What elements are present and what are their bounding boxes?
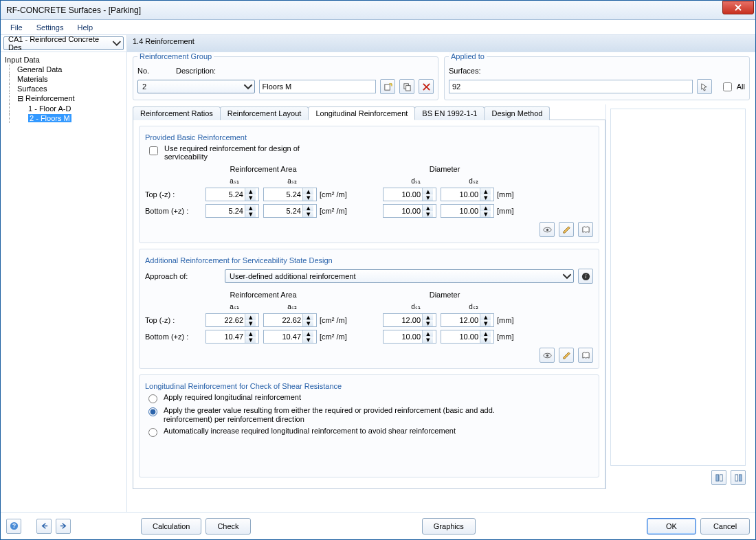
tab-bs-en[interactable]: BS EN 1992-1-1 (414, 106, 485, 120)
surfaces-input[interactable] (449, 80, 693, 93)
p1-top-as1[interactable]: ▴▾ (205, 188, 259, 201)
next-button[interactable] (56, 519, 71, 534)
view-button-2[interactable] (540, 348, 555, 363)
tab-design-method[interactable]: Design Method (484, 106, 550, 120)
main-panel: Reinforcement Group No. Description: 2 (127, 52, 755, 512)
edit-icon (562, 351, 571, 360)
graphics-button[interactable]: Graphics (422, 518, 476, 535)
approach-select[interactable]: User-defined additional reinforcement (225, 269, 574, 283)
tree-floor-ad[interactable]: 1 - Floor A-D (3, 104, 124, 113)
radio-opt2-label: Apply the greater value resulting from e… (164, 406, 521, 424)
svg-rect-2 (405, 85, 410, 90)
svg-text:?: ? (12, 522, 15, 529)
bottom-bar: ? Calculation Check Graphics OK Cancel (1, 512, 755, 539)
ds2-header: dₛ₂ (445, 177, 502, 185)
edit-button[interactable] (559, 222, 574, 237)
no-select[interactable]: 2 (137, 80, 255, 93)
svg-rect-9 (715, 474, 718, 480)
app-window: RF-CONCRETE Surfaces - [Parking] File Se… (0, 0, 756, 540)
description-input[interactable] (259, 80, 377, 93)
tabs: Reinforcement Ratios Reinforcement Layou… (133, 106, 605, 120)
p1-bot-as1[interactable]: ▴▾ (205, 204, 259, 218)
tree-reinforcement[interactable]: ⊟ Reinforcement (3, 93, 124, 104)
ok-button[interactable]: OK (647, 518, 696, 535)
radio-opt1[interactable] (148, 394, 157, 403)
p1-bot-ds2[interactable]: ▴▾ (441, 204, 494, 218)
approach-value: User-defined additional reinforcement (230, 272, 355, 280)
info-button[interactable]: i (578, 269, 593, 284)
tree-floors-m[interactable]: 2 - Floors M (3, 113, 124, 123)
p1-bot-ds1[interactable]: ▴▾ (383, 204, 436, 218)
description-label: Description: (176, 67, 216, 75)
config2-icon (734, 473, 743, 482)
p2-top-as1[interactable]: ▴▾ (205, 313, 259, 327)
svg-point-4 (546, 228, 548, 230)
config-button-2[interactable] (731, 470, 746, 485)
titlebar: RF-CONCRETE Surfaces - [Parking] (1, 1, 755, 20)
help-button[interactable]: ? (6, 519, 21, 534)
prev-button[interactable] (36, 519, 52, 534)
p1-top-ds1[interactable]: ▴▾ (383, 188, 436, 201)
approach-label: Approach of: (145, 272, 221, 280)
p1-top-as2[interactable]: ▴▾ (263, 188, 317, 201)
p2-bot-as2[interactable]: ▴▾ (263, 330, 317, 344)
radio-opt3[interactable] (148, 428, 157, 437)
library-button[interactable] (578, 222, 593, 237)
tree-surfaces[interactable]: Surfaces (3, 84, 124, 93)
p2-bot-ds1[interactable]: ▴▾ (383, 330, 436, 344)
config-button-1[interactable] (711, 470, 726, 485)
use-required-checkbox[interactable] (149, 146, 158, 155)
radio-opt2[interactable] (148, 407, 157, 416)
edit-button-2[interactable] (559, 348, 574, 363)
tree-input-data[interactable]: Input Data (3, 55, 124, 65)
no-label: No. (137, 67, 172, 75)
menu-file[interactable]: File (5, 22, 28, 33)
legend-shear: Longitudinal Reinforcement for Check of … (145, 382, 593, 390)
p2-bot-as1[interactable]: ▴▾ (205, 330, 259, 344)
p1-top-ds2[interactable]: ▴▾ (441, 188, 494, 201)
svg-rect-10 (720, 474, 722, 480)
section-header: 1.4 Reinforcement (127, 35, 755, 52)
case-selector[interactable]: CA1 - Reinforced Concrete Des (3, 36, 124, 50)
close-button[interactable] (722, 1, 754, 14)
p2-top-as2[interactable]: ▴▾ (263, 313, 317, 327)
top-label: Top (-z) : (145, 190, 205, 199)
menu-help[interactable]: Help (71, 22, 98, 33)
p2-top-ds2[interactable]: ▴▾ (441, 313, 494, 327)
tree-general-data[interactable]: General Data (3, 65, 124, 74)
cancel-button[interactable]: Cancel (700, 518, 750, 535)
pick-icon (700, 82, 709, 91)
p2-bot-ds2[interactable]: ▴▾ (441, 330, 494, 344)
p1-bot-as2[interactable]: ▴▾ (263, 204, 317, 218)
help-icon: ? (10, 521, 19, 530)
tab-reinf-layout[interactable]: Reinforcement Layout (220, 106, 309, 120)
copy-group-button[interactable] (399, 79, 414, 94)
tabpanel: Provided Basic Reinforcement Use require… (133, 120, 605, 489)
close-icon (735, 4, 742, 11)
p2-top-ds1[interactable]: ▴▾ (383, 313, 436, 327)
all-label: All (737, 82, 745, 91)
delete-group-button[interactable] (419, 79, 434, 94)
config1-icon (715, 473, 724, 482)
pick-surfaces-button[interactable] (697, 79, 712, 94)
prev-icon (40, 521, 49, 530)
copy-icon (403, 82, 412, 91)
radio-opt3-label: Automatically increase required longitud… (164, 427, 456, 436)
new-group-button[interactable] (380, 79, 395, 94)
tree-materials[interactable]: Materials (3, 74, 124, 84)
group-applied-to: Applied to Surfaces: All (444, 56, 750, 100)
menu-settings[interactable]: Settings (31, 22, 69, 33)
svg-rect-11 (735, 474, 737, 480)
calculation-button[interactable]: Calculation (141, 518, 201, 535)
tab-longitudinal[interactable]: Longitudinal Reinforcement (308, 106, 415, 120)
all-checkbox-wrap[interactable]: All (720, 80, 745, 93)
tab-reinf-ratios[interactable]: Reinforcement Ratios (133, 106, 221, 120)
view-button[interactable] (540, 222, 555, 237)
check-button[interactable]: Check (205, 518, 250, 535)
library-button-2[interactable] (578, 348, 593, 363)
delete-icon (422, 82, 431, 91)
ds1-header: dₛ₁ (387, 177, 445, 185)
all-checkbox[interactable] (723, 82, 732, 91)
nav-tree[interactable]: Input Data General Data Materials Surfac… (1, 52, 127, 512)
legend-additional: Additional Reinforcement for Serviceabil… (145, 256, 593, 265)
